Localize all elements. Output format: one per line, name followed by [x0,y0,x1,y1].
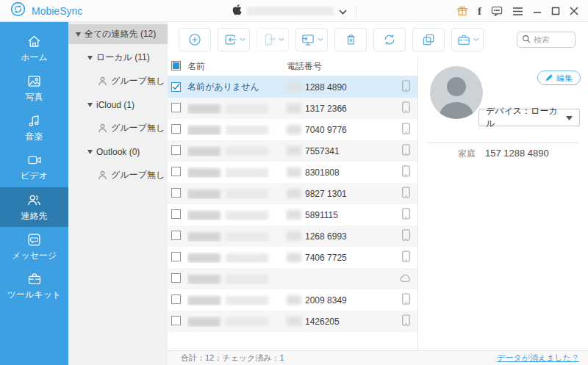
redacted-name-smear [226,211,268,220]
detail-phone-row: 家庭 157 1288 4890 [458,148,549,160]
table-row[interactable]: 7557341 [168,140,417,162]
table-row[interactable]: 1426205 [168,311,417,332]
phone-type-label: 家庭 [458,148,476,160]
tree-item-local-no-group[interactable]: グループ無し (1 [68,71,168,91]
redacted-phone-prefix [287,167,301,177]
row-checkbox[interactable] [171,252,181,261]
sidebar-item-messages[interactable]: メッセージ [0,227,68,267]
triangle-down-icon [87,56,93,60]
row-checkbox[interactable] [171,316,181,325]
gift-icon[interactable] [456,5,468,17]
window-controls: f [456,0,578,22]
tree-item-label: グループ無し (0 [111,169,168,181]
row-checkbox[interactable] [171,273,181,283]
close-icon[interactable] [570,7,578,15]
contact-phone: 2009 8349 [305,295,347,306]
sidebar-item-videos[interactable]: ビデオ [0,148,68,187]
redacted-phone-prefix [287,231,301,241]
pencil-icon [545,73,553,83]
sidebar-item-contacts[interactable]: 連絡先 [0,187,68,227]
data-recovery-link[interactable]: データが消えました？ [497,353,579,364]
table-row[interactable]: 8301808 [168,162,417,183]
row-checkbox[interactable] [171,209,181,219]
redacted-name-smear [226,189,268,199]
import-button[interactable] [218,28,250,51]
table-row[interactable]: 名前がありません 1288 4890 [168,76,417,98]
redacted-name [187,189,220,199]
tree-item-outlook[interactable]: Outlook (0) [68,142,168,162]
search-input[interactable] [534,35,570,44]
row-checkbox[interactable] [171,82,181,92]
triangle-down-icon [87,150,93,154]
tree-item-label: ローカル (11) [96,51,150,64]
row-checkbox[interactable] [171,124,181,134]
sidebar-item-photos[interactable]: 写真 [0,68,68,108]
redacted-device-name [247,7,334,15]
sidebar-item-home[interactable]: ホーム [0,29,68,68]
facebook-icon[interactable]: f [478,5,481,18]
contact-phone: 7040 9776 [305,125,347,135]
redacted-name [187,147,220,156]
table-row[interactable] [168,268,417,289]
table-row[interactable]: 5891115 [168,204,417,225]
feedback-icon[interactable] [491,6,503,17]
tree-item-icloud[interactable]: iCloud (1) [68,95,168,115]
smartphone-icon [402,229,410,243]
smartphone-icon [402,293,410,307]
toolbar-buttons [179,28,490,51]
person-icon [98,170,107,180]
tree-item-all-contacts[interactable]: 全ての連絡先 (12) [68,24,168,44]
table-row[interactable]: 7040 9776 [168,119,417,140]
redacted-name-smear [226,126,268,135]
contact-detail-panel: 編集 デバイス：ローカル 家庭 157 1288 4890 [417,57,588,350]
contact-table: 名前 電話番号 名前がありません 1288 4890 1317 2366 704… [168,57,417,350]
search-box[interactable] [517,32,576,48]
menu-icon[interactable] [512,7,523,16]
table-row[interactable]: 7406 7725 [168,247,417,268]
redacted-name-smear [226,317,268,327]
deduplicate-button[interactable] [412,28,445,51]
table-row[interactable]: 1317 2366 [168,98,417,119]
row-checkbox[interactable] [171,145,181,155]
sidebar-item-label: ビデオ [21,170,48,182]
row-checkbox[interactable] [171,103,181,112]
sidebar-item-toolkit[interactable]: ツールキット [0,267,68,306]
contact-phone: 1317 2366 [305,104,347,114]
smartphone-icon [402,80,410,94]
row-checkbox[interactable] [171,231,181,240]
select-all-checkbox[interactable] [171,61,181,71]
edit-button[interactable]: 編集 [537,71,581,85]
smartphone-icon [402,144,410,158]
minimize-icon[interactable] [533,7,542,15]
export-to-pc-button[interactable] [295,28,328,51]
maximize-icon[interactable] [551,7,560,15]
sidebar: ホーム 写真 音楽 ビデオ 連絡先 メッセージ ツールキット [0,22,68,365]
device-source-dropdown[interactable]: デバイス：ローカル [478,109,580,126]
contact-rows: 名前がありません 1288 4890 1317 2366 7040 9776 7… [168,76,417,332]
device-selector[interactable] [232,0,347,22]
import-icon [223,32,237,47]
row-checkbox[interactable] [171,167,181,176]
row-checkbox[interactable] [171,294,181,304]
caret-down-icon [566,112,573,123]
title-bar: MobieSync f [0,0,588,22]
table-row[interactable]: 1268 6993 [168,225,417,247]
copy-icon [421,32,436,47]
refresh-button[interactable] [373,28,406,51]
table-row[interactable]: 2009 8349 [168,289,417,311]
person-icon [98,76,107,86]
tree-item-outlook-no-group[interactable]: グループ無し (0 [68,165,168,185]
tree-item-icloud-no-group[interactable]: グループ無し (1 [68,118,168,138]
tree-item-local[interactable]: ローカル (11) [68,48,168,68]
smartphone-icon [402,101,410,115]
add-contact-button[interactable] [179,28,211,51]
sidebar-item-music[interactable]: 音楽 [0,108,68,148]
app-title: MobieSync [32,5,82,17]
sidebar-item-label: 写真 [26,91,43,104]
redacted-phone-prefix [287,146,301,156]
row-checkbox[interactable] [171,188,181,198]
table-row[interactable]: 9827 1301 [168,183,417,204]
toolkit-button[interactable] [451,28,484,51]
export-to-device-button[interactable] [257,28,289,51]
delete-button[interactable] [334,28,367,51]
